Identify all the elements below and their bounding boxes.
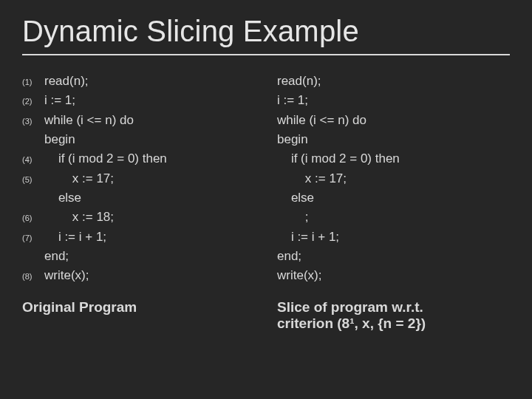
line-number: (8)	[22, 270, 44, 283]
code-text: write(x);	[277, 266, 321, 285]
right-column: read(n);i := 1;while (i <= n) dobegin if…	[277, 72, 510, 332]
code-text: i := i + 1;	[277, 228, 339, 247]
code-line: (3)while (i <= n) do	[22, 111, 255, 130]
code-line: ;	[277, 208, 510, 227]
slide-title: Dynamic Slicing Example	[22, 15, 510, 48]
code-line: i := i + 1;	[277, 228, 510, 247]
code-text: i := 1;	[44, 91, 75, 110]
title-rule	[22, 54, 510, 55]
code-text: if (i mod 2 = 0) then	[277, 149, 400, 168]
code-text: read(n);	[44, 72, 89, 91]
code-line: begin	[277, 130, 510, 149]
line-number: (4)	[22, 154, 44, 166]
slide: Dynamic Slicing Example (1)read(n);(2)i …	[0, 0, 532, 399]
code-line: (2)i := 1;	[22, 91, 255, 110]
line-number: (7)	[22, 232, 44, 245]
code-text: else	[277, 188, 314, 208]
code-text: while (i <= n) do	[277, 111, 366, 130]
left-caption: Original Program	[22, 299, 255, 316]
code-line: x := 17;	[277, 169, 510, 188]
line-number: (2)	[22, 95, 44, 108]
code-line: write(x);	[277, 266, 510, 285]
right-caption-line2: criterion (8¹, x, {n = 2})	[277, 316, 510, 332]
right-code-block: read(n);i := 1;while (i <= n) dobegin if…	[277, 72, 510, 286]
code-line: end;	[277, 247, 510, 266]
code-text: if (i mod 2 = 0) then	[44, 149, 167, 168]
code-text: else	[44, 188, 81, 208]
code-text: ;	[277, 208, 309, 227]
code-line: (7) i := i + 1;	[22, 228, 255, 247]
code-line: else	[22, 188, 255, 208]
right-caption-line1: Slice of program w.r.t.	[277, 299, 510, 316]
left-column: (1)read(n);(2)i := 1;(3)while (i <= n) d…	[22, 72, 255, 332]
right-caption: Slice of program w.r.t. criterion (8¹, x…	[277, 299, 510, 332]
code-line: else	[277, 188, 510, 208]
code-line: (8)write(x);	[22, 266, 255, 285]
left-code-block: (1)read(n);(2)i := 1;(3)while (i <= n) d…	[22, 72, 255, 286]
line-number: (1)	[22, 76, 44, 89]
code-line: i := 1;	[277, 91, 510, 110]
code-text: end;	[44, 247, 69, 266]
code-line: end;	[22, 247, 255, 266]
code-line: (4) if (i mod 2 = 0) then	[22, 149, 255, 168]
code-text: write(x);	[44, 266, 89, 285]
line-number: (6)	[22, 212, 44, 225]
code-text: begin	[44, 130, 75, 149]
code-line: (1)read(n);	[22, 72, 255, 91]
code-line: if (i mod 2 = 0) then	[277, 149, 510, 168]
code-text: i := 1;	[277, 91, 308, 110]
code-text: end;	[277, 247, 301, 266]
columns: (1)read(n);(2)i := 1;(3)while (i <= n) d…	[22, 72, 510, 332]
code-text: x := 18;	[44, 208, 114, 227]
code-text: while (i <= n) do	[44, 111, 134, 130]
code-text: read(n);	[277, 72, 321, 91]
code-line: (6) x := 18;	[22, 208, 255, 227]
line-number: (5)	[22, 174, 44, 186]
code-text: i := i + 1;	[44, 228, 106, 247]
line-number: (3)	[22, 115, 44, 128]
code-line: begin	[22, 130, 255, 149]
code-text: x := 17;	[44, 169, 114, 188]
code-line: read(n);	[277, 72, 510, 91]
code-text: x := 17;	[277, 169, 347, 188]
code-line: (5) x := 17;	[22, 169, 255, 188]
code-text: begin	[277, 130, 308, 149]
code-line: while (i <= n) do	[277, 111, 510, 130]
